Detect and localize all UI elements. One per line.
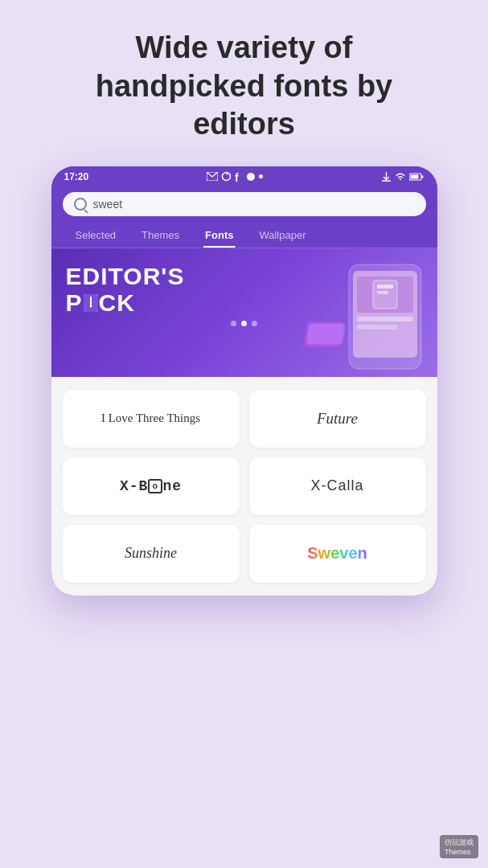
font-sweven-text: Sweven xyxy=(307,544,367,563)
battery-icon xyxy=(409,173,424,181)
tab-fonts[interactable]: Fonts xyxy=(192,224,246,248)
status-bar: 17:20 f xyxy=(51,166,437,186)
search-bar[interactable]: sweet xyxy=(63,192,426,216)
tab-wallpaper[interactable]: Wallpaper xyxy=(246,224,318,248)
tab-selected[interactable]: Selected xyxy=(63,224,129,248)
font-grid: I Love Three Things Future X-Bone X-Call… xyxy=(63,390,426,583)
page-wrapper: Wide variety of handpicked fonts by edit… xyxy=(0,0,488,868)
banner-dot-2 xyxy=(241,321,247,326)
editor-pick-banner: EDITOR'S P CK xyxy=(51,248,437,377)
font-card-sweven[interactable]: Sweven xyxy=(249,525,426,583)
svg-rect-8 xyxy=(411,174,419,178)
svg-point-3 xyxy=(247,173,255,181)
sync-icon xyxy=(221,171,232,182)
search-icon xyxy=(74,198,87,211)
svg-rect-15 xyxy=(357,317,413,321)
svg-text:f: f xyxy=(235,171,239,182)
svg-rect-16 xyxy=(357,325,397,330)
status-time: 17:20 xyxy=(64,171,89,182)
font-xbone-text: X-Bone xyxy=(120,478,182,494)
page-title: Wide variety of handpicked fonts by edit… xyxy=(0,0,488,166)
banner-dot-1 xyxy=(231,321,236,326)
font-card-love-three-things[interactable]: I Love Three Things xyxy=(63,390,240,448)
font-card-xcalla[interactable]: X-Calla xyxy=(249,457,426,515)
svg-point-4 xyxy=(259,174,263,178)
banner-title: EDITOR'S P CK xyxy=(66,263,423,316)
svg-rect-7 xyxy=(422,175,424,178)
tab-themes[interactable]: Themes xyxy=(129,224,192,248)
font-card-sunshine[interactable]: Sunshine xyxy=(63,525,240,583)
font-sunshine-text: Sunshine xyxy=(125,545,177,562)
font-xcalla-text: X-Calla xyxy=(310,477,363,494)
font-grid-section: I Love Three Things Future X-Bone X-Call… xyxy=(51,377,437,596)
watermark: 仿玩游戏Themes xyxy=(440,835,478,858)
font-love-three-text: I Love Three Things xyxy=(101,411,200,425)
mail-icon xyxy=(207,172,218,181)
pencil-in-i xyxy=(84,294,98,312)
banner-line1: EDITOR'S xyxy=(66,263,423,289)
dot-icon xyxy=(259,174,263,178)
wifi-icon xyxy=(395,172,406,181)
banner-line2: P CK xyxy=(66,289,423,316)
circle-icon xyxy=(246,172,256,182)
tabs-row: Selected Themes Fonts Wallpaper xyxy=(51,224,437,248)
status-right-icons xyxy=(381,171,424,182)
status-icons-left: f xyxy=(207,171,263,182)
facebook-icon: f xyxy=(235,171,243,182)
font-card-xbone[interactable]: X-Bone xyxy=(63,457,240,515)
font-card-future[interactable]: Future xyxy=(249,390,426,448)
svg-rect-22 xyxy=(306,324,346,344)
font-future-text: Future xyxy=(317,410,358,428)
download-icon xyxy=(381,171,392,182)
search-input-value: sweet xyxy=(93,198,123,211)
watermark-text: 仿玩游戏Themes xyxy=(445,838,474,856)
banner-dot-3 xyxy=(252,321,257,326)
phone-mockup: 17:20 f xyxy=(51,166,437,596)
